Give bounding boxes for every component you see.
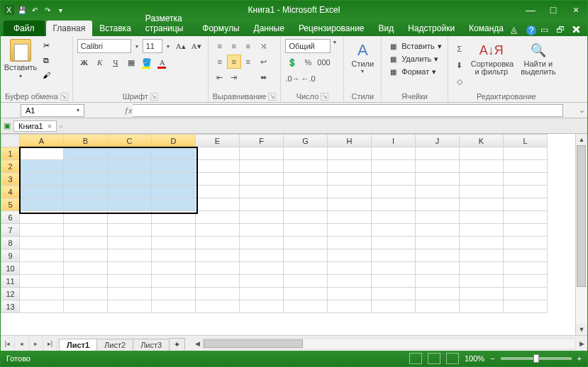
view-tab[interactable]: Вид	[372, 21, 401, 36]
cell[interactable]	[328, 249, 372, 262]
cell[interactable]	[460, 211, 504, 224]
cell[interactable]	[108, 249, 152, 262]
cell[interactable]	[460, 147, 504, 160]
doc-close-icon[interactable]: 🗙	[572, 25, 583, 36]
formula-bar[interactable]	[133, 104, 563, 117]
column-header[interactable]: G	[284, 135, 328, 147]
bold-button[interactable]: Ж	[77, 55, 91, 69]
first-sheet-icon[interactable]: |◂	[1, 337, 15, 351]
cell[interactable]	[20, 262, 64, 275]
font-name-combo[interactable]: Calibri	[77, 39, 131, 53]
cell[interactable]	[20, 249, 64, 262]
data-tab[interactable]: Данные	[247, 21, 292, 36]
cell[interactable]	[64, 198, 108, 211]
doc-minimize-icon[interactable]: ▭	[540, 25, 552, 36]
cell[interactable]	[284, 249, 328, 262]
cell[interactable]	[460, 275, 504, 288]
cell[interactable]	[372, 275, 416, 288]
cell[interactable]	[372, 173, 416, 186]
new-workbook-icon[interactable]: ▫	[60, 122, 62, 130]
row-header[interactable]: 5	[1, 198, 20, 211]
cell[interactable]	[328, 224, 372, 237]
cell[interactable]	[372, 224, 416, 237]
cell[interactable]	[240, 211, 284, 224]
cell[interactable]	[108, 186, 152, 198]
cell[interactable]	[64, 224, 108, 237]
cell[interactable]	[416, 224, 460, 237]
cell[interactable]	[240, 237, 284, 249]
cell[interactable]	[284, 211, 328, 224]
excel-icon[interactable]: X	[4, 4, 15, 16]
cell[interactable]	[108, 275, 152, 288]
cell[interactable]	[152, 160, 196, 173]
cell[interactable]	[504, 249, 548, 262]
cell[interactable]	[416, 147, 460, 160]
row-header[interactable]: 10	[1, 262, 20, 275]
align-left-icon[interactable]: ≡	[213, 55, 227, 69]
cell[interactable]	[240, 147, 284, 160]
cell[interactable]	[152, 198, 196, 211]
qat-dropdown-icon[interactable]: ▾	[55, 4, 66, 16]
sheet-tab-1[interactable]: Лист1	[59, 339, 97, 351]
cell[interactable]	[328, 288, 372, 300]
number-launcher[interactable]: ↘	[321, 93, 328, 101]
row-header[interactable]: 7	[1, 224, 20, 237]
cell[interactable]	[240, 275, 284, 288]
cell[interactable]	[240, 300, 284, 313]
fill-icon[interactable]: ⬇	[453, 58, 467, 72]
cell[interactable]	[416, 237, 460, 249]
cell[interactable]	[108, 237, 152, 249]
cell[interactable]	[196, 249, 240, 262]
team-tab[interactable]: Команда	[462, 21, 511, 36]
cell[interactable]	[504, 300, 548, 313]
cell[interactable]	[64, 249, 108, 262]
cell[interactable]	[196, 237, 240, 249]
cell[interactable]	[152, 300, 196, 313]
cell[interactable]	[460, 288, 504, 300]
clear-icon[interactable]: ◇	[453, 74, 467, 89]
cell[interactable]	[20, 198, 64, 211]
increase-font-icon[interactable]: A▴	[174, 39, 188, 53]
cell[interactable]	[20, 224, 64, 237]
cell[interactable]	[284, 237, 328, 249]
autosum-icon[interactable]: Σ	[453, 42, 467, 56]
cell[interactable]	[372, 211, 416, 224]
increase-indent-icon[interactable]: ⇥	[227, 70, 241, 84]
cell[interactable]	[416, 288, 460, 300]
sheet-tab-3[interactable]: Лист3	[133, 339, 170, 351]
cell[interactable]	[372, 198, 416, 211]
home-tab[interactable]: Главная	[46, 21, 93, 36]
help-icon[interactable]: ?	[526, 26, 536, 35]
cell[interactable]	[64, 275, 108, 288]
cell[interactable]	[372, 262, 416, 275]
page-break-view-icon[interactable]	[446, 353, 459, 364]
cell[interactable]	[152, 249, 196, 262]
zoom-thumb[interactable]	[533, 354, 539, 363]
row-header[interactable]: 12	[1, 288, 20, 300]
row-header[interactable]: 9	[1, 249, 20, 262]
prev-sheet-icon[interactable]: ◂	[15, 337, 29, 351]
cell[interactable]	[372, 300, 416, 313]
font-size-dropdown-icon[interactable]: ▾	[164, 43, 172, 50]
column-header[interactable]: J	[416, 135, 460, 147]
cell[interactable]	[416, 198, 460, 211]
row-header[interactable]: 3	[1, 173, 20, 186]
horizontal-thumb[interactable]	[204, 339, 303, 348]
cell[interactable]	[152, 288, 196, 300]
row-header[interactable]: 8	[1, 237, 20, 249]
cell[interactable]	[20, 275, 64, 288]
cell[interactable]	[460, 160, 504, 173]
cell[interactable]	[64, 237, 108, 249]
cell[interactable]	[196, 198, 240, 211]
fill-color-button[interactable]: 🪣	[140, 55, 154, 69]
italic-button[interactable]: К	[93, 55, 107, 69]
cell[interactable]	[196, 262, 240, 275]
font-launcher[interactable]: ↘	[150, 93, 158, 101]
cell[interactable]	[240, 198, 284, 211]
cell[interactable]	[64, 147, 108, 160]
cell[interactable]	[64, 173, 108, 186]
cell[interactable]	[240, 224, 284, 237]
cell[interactable]	[416, 211, 460, 224]
cell[interactable]	[416, 186, 460, 198]
addins-tab[interactable]: Надстройки	[401, 21, 462, 36]
